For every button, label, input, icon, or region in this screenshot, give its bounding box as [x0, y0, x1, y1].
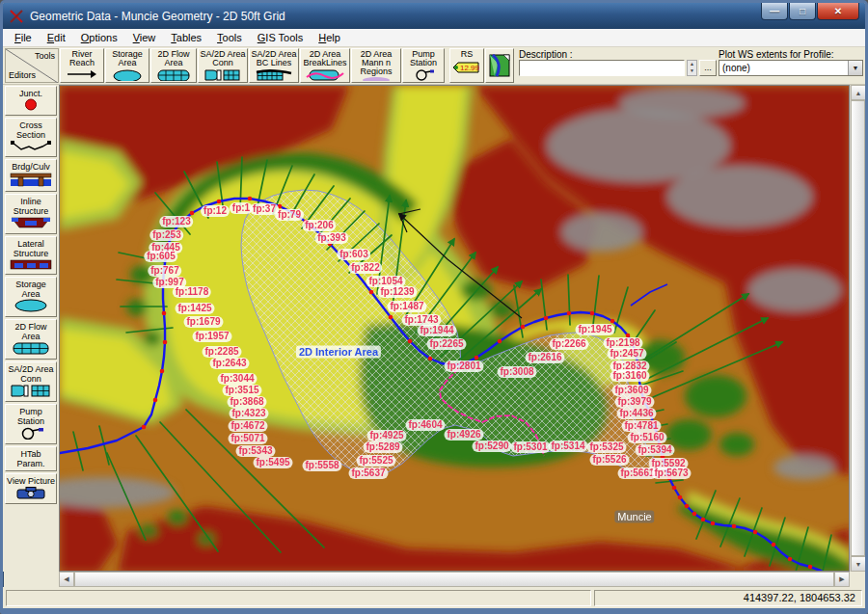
chevron-down-icon[interactable]: ▼ [848, 61, 862, 75]
profile-label: Plot WS extents for Profile: [719, 49, 863, 60]
camera-icon [14, 486, 47, 501]
2d-area-breaklines-button[interactable]: 2D Area BreakLines [300, 48, 350, 83]
map-canvas[interactable]: fp:12fp:1fp:37fp:79fp:123fp:206fp:253fp:… [59, 85, 850, 572]
menu-item-options[interactable]: Options [73, 31, 125, 44]
2d-flow-area-button[interactable]: 2D Flow Area [150, 48, 197, 83]
editor-sidebar: Junct.Cross SectionBrdg/CulvInline Struc… [3, 85, 59, 572]
menu-bar: FileEditOptionsViewTablesToolsGIS ToolsH… [3, 29, 865, 47]
map-page-icon [489, 54, 510, 77]
window-title: Geometric Data - Muncie Geometry - 2D 50… [30, 10, 285, 23]
sidebar-junct--button[interactable]: Junct. [5, 86, 57, 116]
vertical-scrollbar[interactable]: ▲ ▼ [850, 85, 865, 572]
tools-label: Tools [35, 51, 55, 61]
sa-2d-conn-icon [10, 384, 52, 399]
2d-area-mann-n-regions-button[interactable]: 2D Area Mann n Regions [351, 48, 401, 83]
pump-station-icon [409, 68, 438, 81]
scroll-up-icon[interactable]: ▲ [851, 85, 866, 100]
menu-item-view[interactable]: View [125, 31, 164, 44]
storage-area-icon [111, 68, 144, 81]
sidebar-lateral-structure-button[interactable]: Lateral Structure [5, 236, 57, 275]
svg-text:12.99: 12.99 [460, 64, 480, 72]
editors-label: Editors [9, 70, 36, 80]
menu-item-edit[interactable]: Edit [40, 31, 73, 44]
sidebar-sa-2d-area-conn-button[interactable]: SA/2D Area Conn [5, 361, 57, 402]
minimize-button[interactable]: — [761, 3, 788, 20]
sidebar-brdg-culv-button[interactable]: Brdg/Culv [5, 159, 57, 192]
lateral-structure-icon [10, 258, 52, 272]
menu-item-help[interactable]: Help [311, 31, 348, 44]
pump-station-button[interactable]: Pump Station [402, 48, 445, 83]
junction-icon [12, 98, 50, 113]
sidebar-htab-param--button[interactable]: HTab Param. [5, 446, 57, 471]
2d-flow-area-icon [12, 341, 50, 357]
scroll-right-icon[interactable]: ▶ [834, 572, 850, 587]
geometric-data-window: Geometric Data - Muncie Geometry - 2D 50… [0, 0, 868, 614]
sidebar-cross-section-button[interactable]: Cross Section [5, 118, 57, 157]
cursor-coordinates: 414397.22, 1804653.32 [594, 590, 862, 606]
title-bar: Geometric Data - Muncie Geometry - 2D 50… [3, 3, 865, 29]
sa-2d-conn-icon [203, 68, 242, 81]
app-icon [9, 9, 24, 24]
inline-structure-icon [10, 216, 52, 231]
cross-section-icon [10, 140, 52, 154]
river-reach-button[interactable]: River Reach [60, 48, 104, 83]
menu-item-tables[interactable]: Tables [163, 31, 209, 44]
2d-flow-area-icon [156, 68, 191, 81]
sa-2d-area-conn-button[interactable]: SA/2D Area Conn [198, 48, 248, 83]
sidebar-view-picture-button[interactable]: View Picture [5, 473, 57, 504]
2d-mann-regions-icon [359, 77, 393, 81]
sidebar-inline-structure-button[interactable]: Inline Structure [5, 194, 57, 234]
toolbar: Tools Editors River Reach Storage Area 2… [3, 47, 865, 85]
2d-breaklines-icon [306, 68, 344, 81]
pump-station-icon [14, 426, 47, 441]
menu-item-file[interactable]: File [7, 31, 40, 44]
sa-2d-area-bc-lines-button[interactable]: SA/2D Area BC Lines [249, 48, 299, 83]
description-label: Description : [519, 49, 717, 60]
maximize-button[interactable]: □ [789, 3, 816, 20]
scroll-left-icon[interactable]: ◀ [59, 572, 74, 587]
profile-dropdown[interactable]: (none) ▼ [719, 60, 863, 76]
rs-button[interactable]: RS 12.99 [449, 48, 484, 83]
description-spinner[interactable]: ▲▼ [687, 60, 697, 76]
sidebar-pump-station-button[interactable]: Pump Station [5, 404, 57, 444]
storage-area-button[interactable]: Storage Area [105, 48, 149, 83]
sidebar-storage-area-button[interactable]: Storage Area [5, 277, 57, 317]
horizontal-scrollbar[interactable]: ◀ ▶ [59, 572, 850, 587]
menu-item-gis-tools[interactable]: GIS Tools [250, 31, 312, 44]
status-bar: 414397.22, 1804653.32 [3, 587, 865, 608]
description-input[interactable] [519, 60, 685, 76]
bridge-culvert-icon [10, 172, 52, 189]
vertical-scroll-thumb[interactable] [851, 100, 865, 556]
description-ellipsis-button[interactable]: ... [699, 60, 717, 76]
sidebar-2d-flow-area-button[interactable]: 2D Flow Area [5, 319, 57, 360]
status-message-panel [6, 590, 591, 606]
sa-2d-bc-lines-icon [255, 68, 293, 81]
close-button[interactable]: ✕ [817, 3, 859, 20]
plot-extents-button[interactable] [485, 48, 514, 83]
menu-item-tools[interactable]: Tools [209, 31, 250, 44]
scroll-down-icon[interactable]: ▼ [851, 556, 866, 572]
horizontal-scroll-thumb[interactable] [74, 572, 834, 587]
rs-tag-icon: 12.99 [451, 60, 482, 74]
storage-area-icon [12, 299, 50, 314]
tools-editors-corner: Tools Editors [5, 48, 59, 83]
river-reach-icon [66, 68, 98, 80]
